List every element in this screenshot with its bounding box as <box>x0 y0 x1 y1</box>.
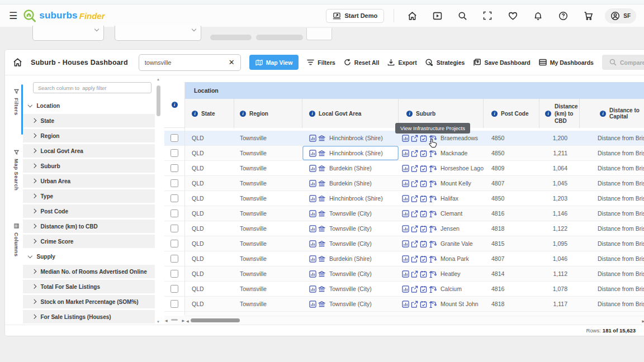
table-row[interactable]: QLD Townsville Hinchinbrook (Shire) <box>185 146 644 161</box>
table-search-box[interactable]: ✕ <box>139 54 241 71</box>
chart-icon[interactable] <box>309 285 316 293</box>
filter-list-item[interactable]: Suburb <box>23 159 155 173</box>
crane-infrastructure-icon[interactable] <box>429 285 437 293</box>
calendar-check-icon[interactable] <box>420 165 427 172</box>
fullscreen-icon[interactable] <box>479 7 496 24</box>
filter-panel-scrollbar[interactable]: ▲ ▼ <box>157 80 161 321</box>
info-icon[interactable]: i <box>240 111 246 117</box>
filter-list-item[interactable]: Type <box>23 189 155 203</box>
hamburger-menu-icon[interactable]: ☰ <box>9 10 17 22</box>
chart-icon[interactable] <box>309 240 316 247</box>
scroll-down-icon[interactable]: ▼ <box>157 320 160 323</box>
suburb-cell[interactable]: Mount Kelly <box>399 176 484 190</box>
collapsed-dropdown-remnant[interactable] <box>32 26 104 41</box>
table-row[interactable]: QLD Townsville Townsville (City) <box>185 221 644 236</box>
heart-icon[interactable] <box>504 7 521 24</box>
calendar-check-icon[interactable] <box>420 255 427 263</box>
suburb-cell[interactable]: Mount St John <box>399 297 484 311</box>
info-icon[interactable]: i <box>309 111 315 117</box>
scrollbar-thumb[interactable] <box>171 319 178 321</box>
filter-search-input[interactable] <box>33 82 151 93</box>
external-link-icon[interactable] <box>411 301 418 308</box>
row-checkbox[interactable] <box>171 179 178 187</box>
row-checkbox[interactable] <box>171 225 178 232</box>
suburb-cell[interactable]: Horseshoe Lago.. <box>399 161 484 175</box>
scroll-up-icon[interactable]: ▲ <box>157 78 160 81</box>
crane-infrastructure-icon[interactable] <box>429 195 437 202</box>
clear-search-icon[interactable]: ✕ <box>229 59 235 66</box>
calendar-check-icon[interactable] <box>420 210 427 217</box>
crane-infrastructure-icon[interactable] <box>429 150 437 157</box>
filter-list-item[interactable]: Location <box>23 99 155 112</box>
bank-icon[interactable] <box>318 165 325 172</box>
horizontal-scrollbar[interactable]: ◀ ▶ <box>185 316 644 325</box>
suburb-cell[interactable]: Halifax <box>399 191 484 206</box>
chart-icon[interactable] <box>309 301 316 308</box>
table-row[interactable]: QLD Townsville Burdekin (Shire) <box>185 161 644 176</box>
chart-icon[interactable] <box>402 165 409 172</box>
row-checkbox[interactable] <box>171 255 178 263</box>
external-link-icon[interactable] <box>411 165 418 172</box>
table-row[interactable]: QLD Townsville Townsville (City) <box>185 297 644 312</box>
info-icon[interactable]: i <box>406 111 413 117</box>
crane-infrastructure-icon[interactable] <box>429 210 437 217</box>
crane-infrastructure-icon[interactable] <box>429 270 437 278</box>
suburb-cell[interactable]: Calcium <box>399 282 484 296</box>
scroll-left-icon[interactable]: ◀ <box>165 318 168 322</box>
filter-list-item[interactable]: Supply <box>23 250 155 263</box>
filter-list-item[interactable]: Region <box>23 129 155 142</box>
external-link-icon[interactable] <box>411 225 418 232</box>
chart-icon[interactable] <box>309 225 316 232</box>
filter-list-item[interactable]: Median No. of Rooms Advertised Online <box>23 265 155 278</box>
chart-icon[interactable] <box>309 135 316 142</box>
lga-cell[interactable]: Townsville (City) <box>302 236 399 251</box>
bank-icon[interactable] <box>318 270 325 278</box>
info-icon[interactable]: i <box>545 111 551 117</box>
my-dashboards-button[interactable]: My Dashboards <box>539 59 594 66</box>
chart-icon[interactable] <box>309 270 316 278</box>
row-checkbox[interactable] <box>171 300 178 308</box>
external-link-icon[interactable] <box>411 195 418 202</box>
lga-cell[interactable]: Townsville (City) <box>302 221 399 236</box>
row-checkbox[interactable] <box>171 164 178 172</box>
chart-icon[interactable] <box>402 210 409 217</box>
filter-list-item[interactable]: Local Govt Area <box>23 144 155 158</box>
calendar-check-icon[interactable] <box>420 180 427 187</box>
bank-icon[interactable] <box>318 255 325 263</box>
filters-button[interactable]: Filters <box>307 59 335 66</box>
map-view-button[interactable]: Map View <box>249 55 299 70</box>
chart-icon[interactable] <box>402 285 409 293</box>
filter-list-item[interactable]: For Sale Listings (Houses) <box>23 310 155 323</box>
compare-button[interactable]: Compare <box>602 55 644 70</box>
bank-icon[interactable] <box>318 195 325 202</box>
bell-icon[interactable] <box>529 7 546 24</box>
lga-cell[interactable]: Burdekin (Shire) <box>302 161 399 175</box>
filter-list-item[interactable]: Urban Area <box>23 174 155 188</box>
chart-icon[interactable] <box>402 270 409 278</box>
collapsed-dropdown-remnant[interactable] <box>115 26 201 41</box>
user-avatar[interactable]: SF <box>605 8 636 23</box>
chart-icon[interactable] <box>309 180 316 187</box>
tab-columns[interactable]: Columns <box>5 223 23 256</box>
bank-icon[interactable] <box>318 240 325 247</box>
reset-all-button[interactable]: Reset All <box>344 59 380 66</box>
external-link-icon[interactable] <box>411 180 418 187</box>
filter-list-item[interactable]: Post Code <box>23 204 155 218</box>
external-link-icon[interactable] <box>411 270 418 278</box>
chart-icon[interactable] <box>402 135 409 142</box>
table-row[interactable]: QLD Townsville Townsville (City) <box>185 236 644 251</box>
external-link-icon[interactable] <box>411 255 418 263</box>
filter-list-item[interactable]: Stock on Market Percentage (SOM%) <box>23 295 155 308</box>
lga-cell[interactable]: Townsville (City) <box>302 206 399 221</box>
suburb-cell[interactable]: Macknade <box>399 146 484 160</box>
start-demo-button[interactable]: Start Demo <box>326 9 385 23</box>
chart-icon[interactable] <box>402 195 409 202</box>
info-icon[interactable]: i <box>600 111 606 117</box>
filter-list-item[interactable]: Distance (km) to CBD <box>23 220 155 233</box>
pinned-horizontal-scrollbar[interactable]: ◀ ▶ <box>164 316 185 325</box>
suburb-cell[interactable]: Mona Park <box>399 251 484 266</box>
external-link-icon[interactable] <box>411 240 418 247</box>
tab-map-search[interactable]: Map Search <box>5 150 23 190</box>
bank-icon[interactable] <box>318 150 325 157</box>
save-dashboard-button[interactable]: Save Dashboard <box>473 59 530 66</box>
